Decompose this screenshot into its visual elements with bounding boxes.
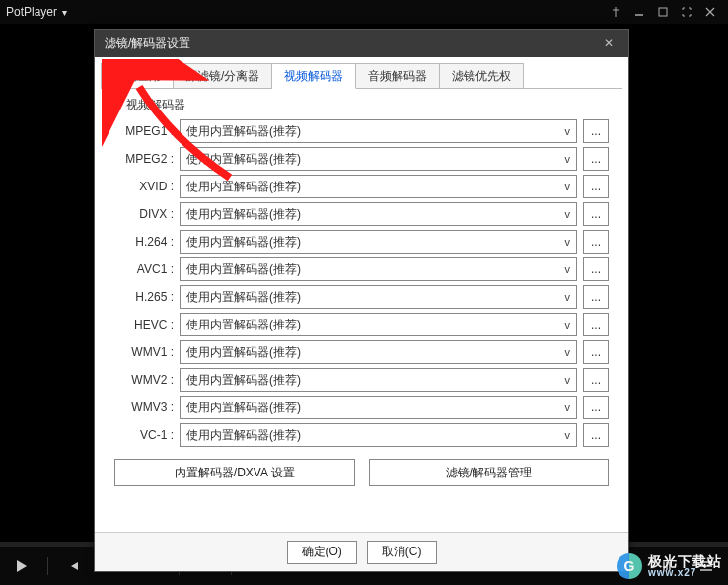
decoder-label: WMV2 [114, 373, 174, 387]
decoder-select-value: 使用内置解码器(推荐) [186, 151, 301, 168]
chevron-down-icon: v [565, 263, 571, 275]
decoder-select-value: 使用内置解码器(推荐) [186, 179, 301, 195]
app-titlebar: PotPlayer ▾ [0, 0, 728, 24]
decoder-label: WMV3 [114, 401, 174, 414]
decoder-select[interactable]: 使用内置解码器(推荐)v [180, 230, 577, 254]
decoder-select-value: 使用内置解码器(推荐) [186, 427, 301, 444]
dialog-footer: 确定(O) 取消(C) [95, 532, 628, 571]
chevron-down-icon: ▾ [62, 7, 67, 18]
decoder-more-button[interactable]: ... [583, 285, 609, 309]
decoder-select[interactable]: 使用内置解码器(推荐)v [180, 257, 577, 281]
chevron-down-icon: v [565, 125, 571, 137]
minimize-button[interactable] [627, 2, 651, 22]
ok-button[interactable]: 确定(O) [287, 541, 357, 564]
close-button[interactable] [698, 2, 722, 22]
decoder-row: H.264使用内置解码器(推荐)v... [114, 230, 609, 254]
decoder-row: WMV1使用内置解码器(推荐)v... [114, 340, 609, 364]
group-title: 视频解码器 [126, 97, 613, 113]
decoder-row: DIVX使用内置解码器(推荐)v... [114, 202, 609, 226]
decoder-row: AVC1使用内置解码器(推荐)v... [114, 257, 609, 281]
decoder-more-button[interactable]: ... [583, 257, 609, 281]
filter-manage-button[interactable]: 滤镜/解码器管理 [369, 459, 610, 486]
chevron-down-icon: v [565, 236, 571, 248]
decoder-label: MPEG1 [114, 124, 174, 138]
decoder-label: DIVX [114, 207, 174, 221]
decoder-more-button[interactable]: ... [583, 230, 609, 254]
filter-decoder-dialog: 滤镜/解码器设置 ✕ 滤镜应用源滤镜/分离器视频解码器音频解码器滤镜优先权 视频… [94, 29, 629, 572]
tab-0[interactable]: 滤镜应用 [101, 63, 174, 88]
decoder-select[interactable]: 使用内置解码器(推荐)v [180, 368, 577, 392]
decoder-select[interactable]: 使用内置解码器(推荐)v [180, 147, 577, 171]
decoder-row: XVID使用内置解码器(推荐)v... [114, 175, 609, 198]
decoder-label: MPEG2 [114, 152, 174, 166]
dxva-settings-button[interactable]: 内置解码器/DXVA 设置 [114, 459, 355, 486]
decoder-more-button[interactable]: ... [583, 147, 609, 171]
decoder-label: H.264 [114, 235, 174, 249]
tab-1[interactable]: 源滤镜/分离器 [174, 63, 272, 88]
decoder-row: VC-1使用内置解码器(推荐)v... [114, 423, 609, 447]
app-title-text: PotPlayer [6, 5, 57, 19]
watermark-brand: 极光下载站 [648, 554, 722, 568]
decoder-select[interactable]: 使用内置解码器(推荐)v [180, 175, 577, 198]
decoder-more-button[interactable]: ... [583, 396, 609, 419]
decoder-row: MPEG2使用内置解码器(推荐)v... [114, 147, 609, 171]
chevron-down-icon: v [565, 429, 571, 441]
tab-4[interactable]: 滤镜优先权 [440, 63, 524, 88]
decoder-select-value: 使用内置解码器(推荐) [186, 400, 301, 416]
chevron-down-icon: v [565, 153, 571, 165]
decoder-select[interactable]: 使用内置解码器(推荐)v [180, 396, 577, 419]
decoder-label: H.265 [114, 290, 174, 304]
watermark: G 极光下载站 www.x27 [617, 553, 722, 579]
watermark-url: www.x27 [648, 568, 722, 578]
dialog-titlebar: 滤镜/解码器设置 ✕ [95, 30, 628, 57]
decoder-select[interactable]: 使用内置解码器(推荐)v [180, 313, 577, 336]
decoder-more-button[interactable]: ... [583, 368, 609, 392]
decoder-label: VC-1 [114, 428, 174, 442]
decoder-more-button[interactable]: ... [583, 202, 609, 226]
chevron-down-icon: v [565, 319, 571, 330]
decoder-row: WMV2使用内置解码器(推荐)v... [114, 368, 609, 392]
watermark-logo-icon: G [617, 553, 642, 579]
tab-2[interactable]: 视频解码器 [272, 63, 356, 89]
decoder-select-value: 使用内置解码器(推荐) [186, 123, 301, 140]
decoder-row: HEVC使用内置解码器(推荐)v... [114, 313, 609, 336]
decoder-select[interactable]: 使用内置解码器(推荐)v [180, 285, 577, 309]
chevron-down-icon: v [565, 291, 571, 303]
decoder-select-value: 使用内置解码器(推荐) [186, 344, 301, 361]
decoder-more-button[interactable]: ... [583, 423, 609, 447]
decoder-select-value: 使用内置解码器(推荐) [186, 206, 301, 223]
decoder-more-button[interactable]: ... [583, 340, 609, 364]
fullscreen-button[interactable] [675, 2, 698, 22]
decoder-select-value: 使用内置解码器(推荐) [186, 234, 301, 251]
svg-rect-0 [659, 8, 667, 16]
decoder-select[interactable]: 使用内置解码器(推荐)v [180, 340, 577, 364]
cancel-button[interactable]: 取消(C) [367, 541, 437, 564]
chevron-down-icon: v [565, 402, 571, 413]
decoder-more-button[interactable]: ... [583, 119, 609, 143]
app-title[interactable]: PotPlayer ▾ [6, 5, 67, 19]
decoder-label: XVID [114, 180, 174, 193]
decoder-select[interactable]: 使用内置解码器(推荐)v [180, 423, 577, 447]
decoder-label: HEVC [114, 318, 174, 331]
decoder-label: WMV1 [114, 345, 174, 359]
decoder-select-value: 使用内置解码器(推荐) [186, 289, 301, 306]
chevron-down-icon: v [565, 208, 571, 220]
decoder-select-value: 使用内置解码器(推荐) [186, 261, 301, 278]
decoder-select-value: 使用内置解码器(推荐) [186, 317, 301, 333]
play-button[interactable] [8, 552, 36, 580]
tab-bar: 滤镜应用源滤镜/分离器视频解码器音频解码器滤镜优先权 [101, 63, 622, 89]
decoder-select[interactable]: 使用内置解码器(推荐)v [180, 119, 577, 143]
decoder-more-button[interactable]: ... [583, 313, 609, 336]
prev-button[interactable] [60, 552, 88, 580]
tab-3[interactable]: 音频解码器 [356, 63, 440, 88]
maximize-button[interactable] [651, 2, 675, 22]
pin-button[interactable] [604, 2, 627, 22]
decoder-row: MPEG1使用内置解码器(推荐)v... [114, 119, 609, 143]
decoder-more-button[interactable]: ... [583, 175, 609, 198]
chevron-down-icon: v [565, 346, 571, 358]
decoder-select[interactable]: 使用内置解码器(推荐)v [180, 202, 577, 226]
decoder-row: H.265使用内置解码器(推荐)v... [114, 285, 609, 309]
decoder-label: AVC1 [114, 262, 174, 276]
chevron-down-icon: v [565, 374, 571, 386]
dialog-close-button[interactable]: ✕ [599, 37, 619, 50]
